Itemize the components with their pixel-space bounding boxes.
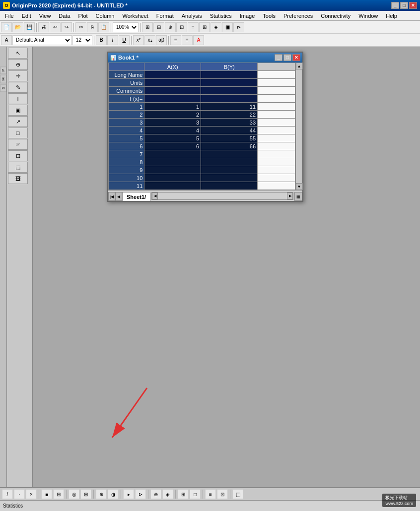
paste-btn[interactable]: 📋 (98, 22, 109, 32)
cell-11-a[interactable] (144, 182, 201, 190)
cell-7-c[interactable] (258, 150, 295, 158)
sheet-nav-first[interactable]: |◀ (108, 192, 115, 201)
fmt-btn1[interactable]: A (1, 35, 12, 45)
cell-11-b[interactable] (201, 182, 258, 190)
menu-edit[interactable]: Edit (18, 12, 35, 20)
cell-7-b[interactable] (201, 150, 258, 158)
bt-18[interactable]: ⬚ (232, 489, 243, 499)
vscroll-down-btn[interactable]: ▼ (296, 183, 303, 190)
cell-1-a[interactable]: 1 (144, 103, 201, 111)
cell-6-b[interactable]: 66 (201, 142, 258, 150)
menu-analysis[interactable]: Analysis (178, 12, 206, 20)
greek-btn[interactable]: αβ (156, 35, 167, 45)
menu-tools[interactable]: Tools (259, 12, 280, 20)
cell-8-c[interactable] (258, 158, 295, 166)
hand-tool[interactable]: ☞ (8, 139, 28, 150)
tb-extra3[interactable]: ⊕ (165, 22, 176, 32)
cell-5-c[interactable] (258, 134, 295, 142)
cell-fx-a[interactable] (144, 95, 201, 103)
bold-btn[interactable]: B (96, 35, 107, 45)
region-tool[interactable]: ⊡ (8, 150, 28, 161)
bt-4[interactable]: ■ (41, 489, 52, 499)
cell-11-c[interactable] (258, 182, 295, 190)
cell-7-a[interactable] (144, 150, 201, 158)
superscript-btn[interactable]: x² (133, 35, 144, 45)
cut-btn[interactable]: ✂ (75, 22, 86, 32)
cell-comments-b[interactable] (201, 87, 258, 95)
new-btn[interactable]: 📄 (1, 22, 12, 32)
maximize-button[interactable]: □ (400, 2, 408, 9)
menu-data[interactable]: Data (55, 12, 74, 20)
menu-format[interactable]: Format (152, 12, 178, 20)
bt-17[interactable]: ⊡ (217, 489, 228, 499)
image-tool[interactable]: 🖼 (8, 173, 28, 184)
book1-minimize[interactable]: _ (275, 54, 282, 61)
cell-10-b[interactable] (201, 174, 258, 182)
cell-units-c[interactable] (258, 79, 295, 87)
menu-window[interactable]: Window (354, 12, 382, 20)
cell-9-a[interactable] (144, 166, 201, 174)
cell-9-c[interactable] (258, 166, 295, 174)
bt-5[interactable]: ⊟ (53, 489, 64, 499)
cell-3-b[interactable]: 33 (201, 119, 258, 127)
cell-1-b[interactable]: 11 (201, 103, 258, 111)
book1-close[interactable]: ✕ (292, 54, 300, 61)
bt-7[interactable]: ⊞ (80, 489, 91, 499)
vscroll-track[interactable] (296, 69, 302, 183)
bt-2[interactable]: · (14, 489, 25, 499)
cell-8-a[interactable] (144, 158, 201, 166)
cell-4-b[interactable]: 44 (201, 127, 258, 134)
cell-units-b[interactable] (201, 79, 258, 87)
tb-extra1[interactable]: ⊞ (142, 22, 153, 32)
cell-units-a[interactable] (144, 79, 201, 87)
fontsize-dropdown[interactable]: 12 (72, 35, 92, 45)
minimize-button[interactable]: _ (391, 2, 399, 9)
cell-3-a[interactable]: 3 (144, 119, 201, 127)
cell-2-a[interactable]: 2 (144, 111, 201, 119)
bt-14[interactable]: ⊞ (178, 489, 189, 499)
cell-5-b[interactable]: 55 (201, 134, 258, 142)
cell-1-c[interactable] (258, 103, 295, 111)
menu-help[interactable]: Help (382, 12, 401, 20)
smart-hint-tab[interactable]: S (0, 84, 6, 92)
cell-10-a[interactable] (144, 174, 201, 182)
font-dropdown[interactable]: Default: Arial (12, 35, 72, 45)
menu-column[interactable]: Column (92, 12, 119, 20)
sheet-vscroll-btn[interactable]: ▦ (294, 192, 302, 201)
redo-btn[interactable]: ↪ (61, 22, 72, 32)
cell-6-a[interactable]: 6 (144, 142, 201, 150)
messages-log-tab[interactable]: M (0, 75, 6, 83)
rect-tool[interactable]: □ (8, 128, 28, 138)
menu-view[interactable]: View (35, 12, 55, 20)
cell-5-a[interactable]: 5 (144, 134, 201, 142)
table-tool[interactable]: ▣ (8, 105, 28, 116)
copy-btn[interactable]: ⎘ (87, 22, 98, 32)
text-tool[interactable]: T (8, 93, 28, 104)
hscroll-right[interactable]: ▶ (287, 192, 293, 199)
cell-comments-a[interactable] (144, 87, 201, 95)
bt-10[interactable]: ▸ (123, 489, 134, 499)
tb-extra6[interactable]: ⊞ (199, 22, 210, 32)
bt-9[interactable]: ◑ (108, 489, 119, 499)
col-b-header[interactable]: B(Y) (201, 63, 258, 71)
cell-2-c[interactable] (258, 111, 295, 119)
subscript-btn[interactable]: x₂ (144, 35, 155, 45)
cell-3-c[interactable] (258, 119, 295, 127)
menu-plot[interactable]: Plot (74, 12, 92, 20)
bt-1[interactable]: / (2, 489, 13, 499)
cell-fx-b[interactable] (201, 95, 258, 103)
tb-extra9[interactable]: ⊳ (233, 22, 244, 32)
cell-comments-c[interactable] (258, 87, 295, 95)
menu-worksheet[interactable]: Worksheet (118, 12, 152, 20)
open-btn[interactable]: 📂 (12, 22, 23, 32)
cell-fx-c[interactable] (258, 95, 295, 103)
select-tool[interactable]: ↖ (8, 48, 28, 59)
tb-extra7[interactable]: ◈ (210, 22, 221, 32)
bt-16[interactable]: ≡ (205, 489, 216, 499)
tb-extra2[interactable]: ⊟ (153, 22, 164, 32)
menu-connectivity[interactable]: Connectivity (317, 12, 354, 20)
menu-statistics[interactable]: Statistics (206, 12, 236, 20)
book1-maximize[interactable]: □ (283, 54, 291, 61)
align-center-btn[interactable]: ≡ (182, 35, 193, 45)
bt-11[interactable]: ⊳ (135, 489, 146, 499)
